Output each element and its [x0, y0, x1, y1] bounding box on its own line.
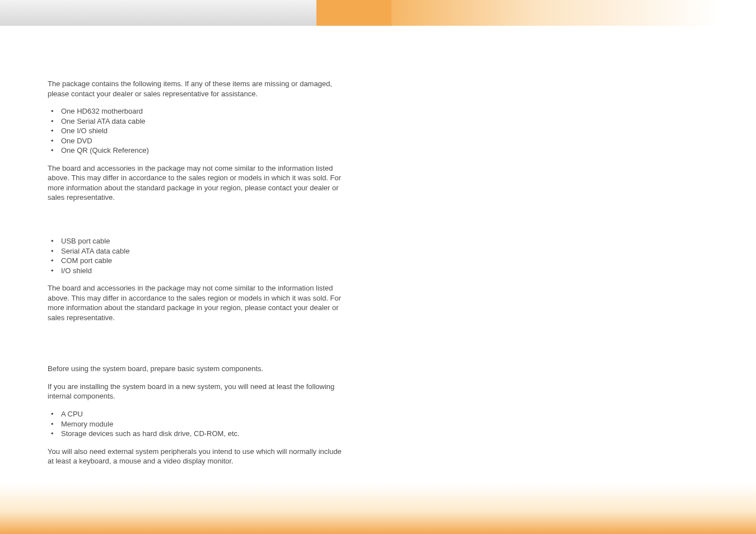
section2-note: The board and accessories in the package…	[48, 283, 347, 322]
list-item: One DVD	[51, 136, 347, 146]
header-grey-section	[0, 0, 316, 26]
list-item: I/O shield	[51, 266, 347, 276]
section-gap	[48, 330, 347, 356]
section1-note: The board and accessories in the package…	[48, 163, 347, 203]
extra-gap	[48, 356, 347, 364]
list-item: One I/O shield	[51, 126, 347, 136]
section1-list: One HD632 motherboard One Serial ATA dat…	[48, 106, 347, 156]
list-item: One Serial ATA data cable	[51, 116, 347, 127]
list-item: Storage devices such as hard disk drive,…	[51, 429, 347, 439]
list-item: One QR (Quick Reference)	[51, 146, 347, 156]
header-orange-fade	[391, 0, 756, 26]
list-item: One HD632 motherboard	[51, 106, 347, 116]
section-gap	[48, 210, 347, 236]
document-content: The package contains the following items…	[0, 26, 347, 466]
footer-gradient	[0, 484, 756, 534]
section3-outro: You will also need external system perip…	[48, 447, 347, 466]
section2-list: USB port cable Serial ATA data cable COM…	[48, 236, 347, 275]
section1-intro: The package contains the following items…	[48, 79, 347, 99]
header-bar	[0, 0, 756, 26]
list-item: COM port cable	[51, 256, 347, 266]
header-orange-tab	[316, 0, 391, 26]
section3-intro2: If you are installing the system board i…	[48, 382, 347, 401]
list-item: Memory module	[51, 419, 347, 429]
section3-list: A CPU Memory module Storage devices such…	[48, 409, 347, 439]
list-item: USB port cable	[51, 236, 347, 246]
list-item: Serial ATA data cable	[51, 246, 347, 256]
list-item: A CPU	[51, 409, 347, 419]
section3-intro1: Before using the system board, prepare b…	[48, 364, 347, 374]
